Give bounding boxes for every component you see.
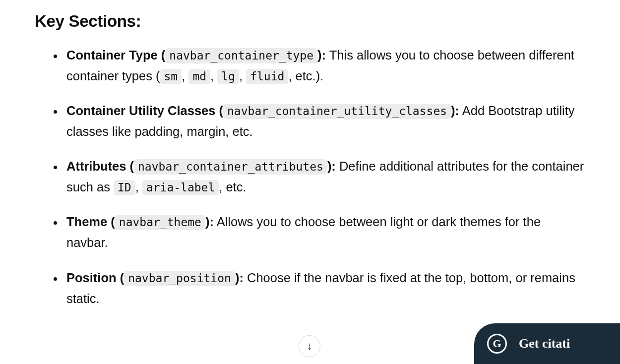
list-item: Position (navbar_position): Choose if th… [63, 267, 585, 309]
param-code: navbar_container_attributes [134, 159, 327, 175]
item-title-text: Container Type [66, 48, 158, 62]
inline-code: md [188, 69, 210, 84]
item-title-text: Position [66, 271, 117, 285]
section-heading: Key Sections: [35, 12, 585, 31]
param-code: navbar_theme [115, 215, 205, 230]
item-title: Position (navbar_position): [66, 271, 244, 285]
inline-code: sm [160, 69, 182, 84]
document-page: Key Sections: Container Type (navbar_con… [0, 0, 620, 309]
list-item: Attributes (navbar_container_attributes)… [63, 156, 585, 197]
arrow-down-icon: ↓ [307, 340, 312, 353]
list-item: Theme (navbar_theme): Allows you to choo… [63, 211, 585, 253]
item-title: Container Utility Classes (navbar_contai… [66, 104, 459, 118]
inline-code: lg [217, 69, 239, 84]
param-code: navbar_container_type [165, 48, 317, 63]
item-title: Attributes (navbar_container_attributes)… [66, 159, 336, 173]
inline-code: ID [114, 180, 135, 195]
list-item: Container Utility Classes (navbar_contai… [63, 100, 585, 142]
get-citation-button[interactable]: G Get citati [474, 323, 620, 364]
item-title-text: Container Utility Classes [66, 104, 215, 118]
inline-code: aria-label [142, 180, 219, 195]
item-title-text: Theme [66, 215, 107, 229]
scroll-down-button[interactable]: ↓ [299, 335, 320, 357]
item-title-text: Attributes [66, 159, 126, 173]
param-code: navbar_container_utility_classes [223, 104, 451, 119]
param-code: navbar_position [124, 271, 235, 286]
item-title: Container Type (navbar_container_type): [66, 48, 326, 62]
item-desc-tail: , etc.). [288, 69, 323, 83]
citation-logo-icon: G [487, 334, 507, 354]
list-item: Container Type (navbar_container_type): … [63, 45, 585, 86]
item-title: Theme (navbar_theme): [66, 215, 214, 229]
key-sections-list: Container Type (navbar_container_type): … [35, 45, 585, 309]
item-desc-tail: , etc. [219, 180, 246, 194]
inline-code: fluid [246, 69, 288, 84]
citation-label: Get citati [519, 336, 570, 351]
